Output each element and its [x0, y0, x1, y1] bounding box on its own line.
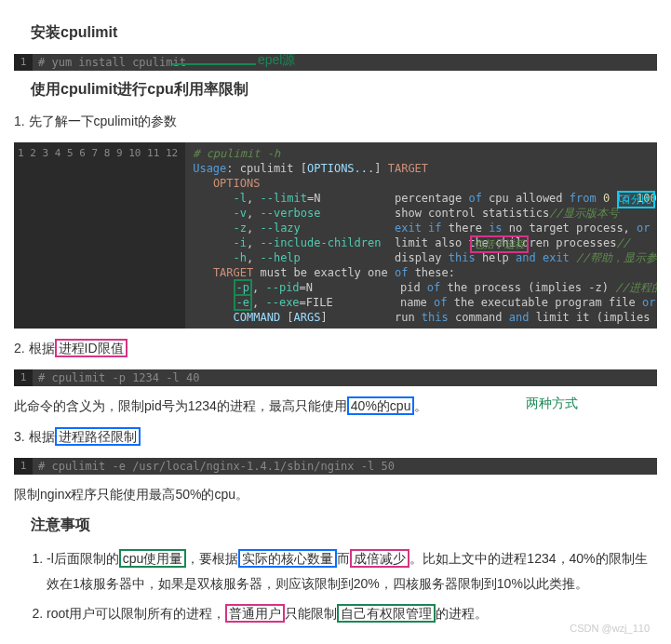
- note-item-1: -l后面限制的cpu使用量，要根据实际的核心数量而成倍减少。比如上文中的进程12…: [47, 546, 657, 596]
- anno-epel-source: epel源: [258, 52, 295, 69]
- box-pid-limit: 进程ID限值: [55, 339, 127, 357]
- heading-notes: 注意事项: [31, 516, 657, 535]
- box-own-permission: 自己有权限管理: [337, 604, 436, 623]
- gutter: 1 2 3 4 5 6 7 8 9 10 11 12: [14, 142, 185, 329]
- para-pid-explain-wrap: 此命令的含义为，限制pid号为1234的进程，最高只能使用40%的cpu。 两种…: [14, 396, 657, 418]
- code-install-wrapper: 1 # yum install cpulimit epel源: [14, 54, 657, 71]
- box-40pct: 40%的cpu: [347, 396, 415, 415]
- line-number: 1: [14, 458, 33, 475]
- anno-percent: 百分比: [617, 191, 655, 208]
- para-by-pid: 2. 根据进程ID限值: [14, 338, 657, 360]
- line-number: 1: [14, 54, 33, 71]
- code-content: # yum install cpulimit: [33, 54, 192, 71]
- code-help-wrapper: 1 2 3 4 5 6 7 8 9 10 11 12 # cpulimit -h…: [14, 142, 657, 329]
- box-core-count: 实际的核心数量: [238, 549, 337, 568]
- code-yum-install: 1 # yum install cpulimit: [14, 54, 657, 71]
- note-item-2: root用户可以限制所有的进程，普通用户只能限制自己有权限管理的进程。: [47, 601, 657, 626]
- box-cpu-usage: cpu使用量: [119, 549, 187, 568]
- para-nginx-explain: 限制nginx程序只能使用最高50%的cpu。: [14, 484, 657, 506]
- code-content: # cpulimit -e /usr/local/nginx-1.4.1/sbi…: [33, 458, 400, 475]
- line-number: 1: [14, 369, 33, 386]
- heading-usage: 使用cpulimit进行cpu利用率限制: [31, 80, 657, 100]
- notes-list: -l后面限制的cpu使用量，要根据实际的核心数量而成倍减少。比如上文中的进程12…: [47, 546, 657, 626]
- para-by-path: 3. 根据进程路径限制: [14, 426, 657, 449]
- watermark: CSDN @wzj_110: [570, 623, 650, 634]
- anno-two-ways: 两种方式: [526, 396, 578, 412]
- heading-install: 安装cpulimit: [31, 23, 657, 43]
- para-intro-params: 1. 先了解一下cpulimit的参数: [14, 111, 657, 133]
- box-normal-user: 普通用户: [225, 604, 285, 623]
- arrow-line: [172, 58, 256, 71]
- code-cpulimit-help: 1 2 3 4 5 6 7 8 9 10 11 12 # cpulimit -h…: [14, 142, 657, 329]
- code-limit-pid: 1 # cpulimit -p 1234 -l 40: [14, 369, 657, 386]
- box-multiply-reduce: 成倍减少: [350, 549, 409, 568]
- code-src: # cpulimit -h Usage: cpulimit [OPTIONS..…: [185, 142, 657, 329]
- anno-include-children: 包括子进程: [470, 235, 529, 253]
- box-path-limit: 进程路径限制: [55, 427, 141, 446]
- code-content: # cpulimit -p 1234 -l 40: [33, 369, 205, 386]
- code-limit-exe: 1 # cpulimit -e /usr/local/nginx-1.4.1/s…: [14, 458, 657, 475]
